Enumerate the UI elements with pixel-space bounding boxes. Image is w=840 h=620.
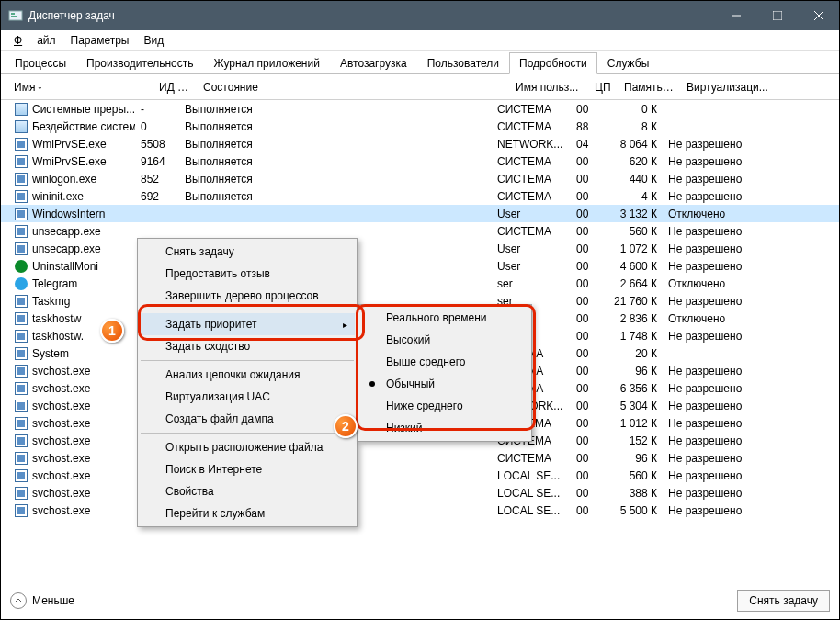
titlebar: Диспетчер задач xyxy=(1,1,839,30)
ctx-open-location[interactable]: Открыть расположение файла xyxy=(140,436,355,458)
table-row[interactable]: svchost.exe1550ВыполняетсяLOCAL SE...005… xyxy=(1,467,839,484)
ctx-properties[interactable]: Свойства xyxy=(140,480,355,502)
process-name: Taskmg xyxy=(32,295,70,308)
cell-virt: Не разрешено xyxy=(663,155,764,168)
close-button[interactable] xyxy=(798,1,839,30)
minimize-button[interactable] xyxy=(715,1,756,30)
cell-mem: 1 748 К xyxy=(600,330,663,343)
process-name: wininit.exe xyxy=(32,190,84,203)
col-virt[interactable]: Виртуализаци... xyxy=(681,77,782,97)
table-row[interactable]: svchost.exeСИСТЕМА0096 КНе разрешено xyxy=(1,449,839,467)
end-task-button[interactable]: Снять задачу xyxy=(737,590,830,612)
ctx-set-priority[interactable]: Задать приоритет▸ xyxy=(140,313,355,335)
cell-user: LOCAL SE... xyxy=(492,504,571,517)
ctx-wait-chain[interactable]: Анализ цепочки ожидания xyxy=(140,364,355,386)
ctx-end-tree[interactable]: Завершить дерево процессов xyxy=(140,285,355,307)
separator xyxy=(141,360,354,361)
process-name: svchost.exe xyxy=(32,365,90,378)
table-row[interactable]: Системные преры...-ВыполняетсяСИСТЕМА000… xyxy=(1,100,839,118)
table-row[interactable]: wininit.exe692ВыполняетсяСИСТЕМА004 КНе … xyxy=(1,187,839,205)
ctx-set-affinity[interactable]: Задать сходство xyxy=(140,335,355,357)
col-name[interactable]: Имя⌄ xyxy=(8,77,153,97)
priority-realtime[interactable]: Реального времени xyxy=(360,307,529,329)
priority-normal[interactable]: Обычный xyxy=(360,373,529,395)
menu-options[interactable]: Параметры xyxy=(63,32,137,49)
cell-mem: 560 К xyxy=(600,469,663,482)
process-icon xyxy=(14,154,28,169)
table-row[interactable]: svchost.exe1464ВыполняетсяLOCAL SE...005… xyxy=(1,502,839,519)
process-icon xyxy=(14,242,28,256)
cell-virt: Не разрешено xyxy=(663,173,764,186)
tab-5[interactable]: Подробности xyxy=(509,52,597,74)
process-name: svchost.exe xyxy=(32,504,90,517)
menubar: Файл Параметры Вид xyxy=(1,30,839,51)
table-row[interactable]: UninstallMoniUser004 600 КНе разрешено xyxy=(1,257,839,275)
cell-pid: - xyxy=(135,103,179,116)
process-icon xyxy=(14,468,28,483)
table-row[interactable]: winlogon.exe852ВыполняетсяСИСТЕМА00440 К… xyxy=(1,170,839,187)
priority-low[interactable]: Низкий xyxy=(360,417,529,439)
table-row[interactable]: unsecapp.exeСИСТЕМА00560 КНе разрешено xyxy=(1,222,839,240)
process-icon xyxy=(14,503,28,518)
ctx-feedback[interactable]: Предоставить отзыв xyxy=(140,263,355,285)
cell-user: ser xyxy=(492,277,571,290)
process-icon xyxy=(14,207,28,221)
priority-high[interactable]: Высокий xyxy=(360,329,529,351)
cell-virt: Не разрешено xyxy=(663,365,764,378)
tab-6[interactable]: Службы xyxy=(597,52,659,74)
cell-cpu: 00 xyxy=(571,487,600,500)
col-user[interactable]: Имя польз... xyxy=(510,77,589,97)
cell-cpu: 00 xyxy=(571,277,600,290)
menu-view[interactable]: Вид xyxy=(136,32,171,49)
ctx-goto-services[interactable]: Перейти к службам xyxy=(140,502,355,524)
fewer-details-button[interactable]: Меньше xyxy=(10,592,74,609)
menu-file[interactable]: Файл xyxy=(6,32,63,49)
ctx-dump[interactable]: Создать файл дампа xyxy=(140,408,355,430)
tab-4[interactable]: Пользователи xyxy=(417,52,509,74)
maximize-button[interactable] xyxy=(756,1,798,30)
table-row[interactable]: svchost.exe1388ВыполняетсяLOCAL SE...003… xyxy=(1,484,839,502)
cell-pid: 9164 xyxy=(135,155,179,168)
process-name: svchost.exe xyxy=(32,434,90,447)
process-icon xyxy=(14,311,28,326)
table-row[interactable]: WmiPrvSE.exe5508ВыполняетсяNETWORK...048… xyxy=(1,135,839,152)
window-title: Диспетчер задач xyxy=(28,9,715,22)
tab-3[interactable]: Автозагрузка xyxy=(330,52,417,74)
cell-mem: 5 304 К xyxy=(600,400,663,412)
process-icon xyxy=(14,276,28,291)
tab-0[interactable]: Процессы xyxy=(5,52,76,74)
process-name: Telegram xyxy=(32,277,77,290)
priority-below-normal[interactable]: Ниже среднего xyxy=(360,395,529,417)
cell-state: Выполняется xyxy=(179,103,492,116)
cell-mem: 20 К xyxy=(600,347,663,360)
col-mem[interactable]: Память (а... xyxy=(619,77,681,97)
footer: Меньше Снять задачу xyxy=(1,581,839,619)
process-name: svchost.exe xyxy=(32,469,90,482)
table-row[interactable]: unsecapp.exeUser001 072 КНе разрешено xyxy=(1,240,839,257)
cell-cpu: 00 xyxy=(571,469,600,482)
process-icon xyxy=(14,189,28,204)
process-name: taskhostw xyxy=(32,312,81,325)
table-row[interactable]: Бездействие системы0ВыполняетсяСИСТЕМА88… xyxy=(1,118,839,135)
col-state[interactable]: Состояние xyxy=(198,77,510,97)
ctx-end-task[interactable]: Снять задачу xyxy=(140,241,355,263)
col-pid[interactable]: ИД п... xyxy=(153,77,198,97)
cell-state: Выполняется xyxy=(179,190,492,203)
process-icon xyxy=(14,346,28,361)
cell-mem: 152 К xyxy=(600,434,663,447)
ctx-search[interactable]: Поиск в Интернете xyxy=(140,458,355,480)
table-row[interactable]: Telegramser002 664 КОтключено xyxy=(1,275,839,292)
cell-cpu: 00 xyxy=(571,330,600,343)
tab-2[interactable]: Журнал приложений xyxy=(204,52,330,74)
priority-above-normal[interactable]: Выше среднего xyxy=(360,351,529,373)
cell-user: СИСТЕМА xyxy=(492,155,571,168)
ctx-uac[interactable]: Виртуализация UAC xyxy=(140,386,355,408)
cell-cpu: 00 xyxy=(571,365,600,378)
cell-virt: Не разрешено xyxy=(663,452,764,465)
submenu-arrow-icon: ▸ xyxy=(343,320,347,330)
col-cpu[interactable]: ЦП xyxy=(589,77,619,97)
table-row[interactable]: WmiPrvSE.exe9164ВыполняетсяСИСТЕМА00620 … xyxy=(1,152,839,170)
process-name: svchost.exe xyxy=(32,382,90,395)
table-row[interactable]: WindowsInternUser003 132 КОтключено xyxy=(1,205,839,222)
tab-1[interactable]: Производительность xyxy=(76,52,203,74)
